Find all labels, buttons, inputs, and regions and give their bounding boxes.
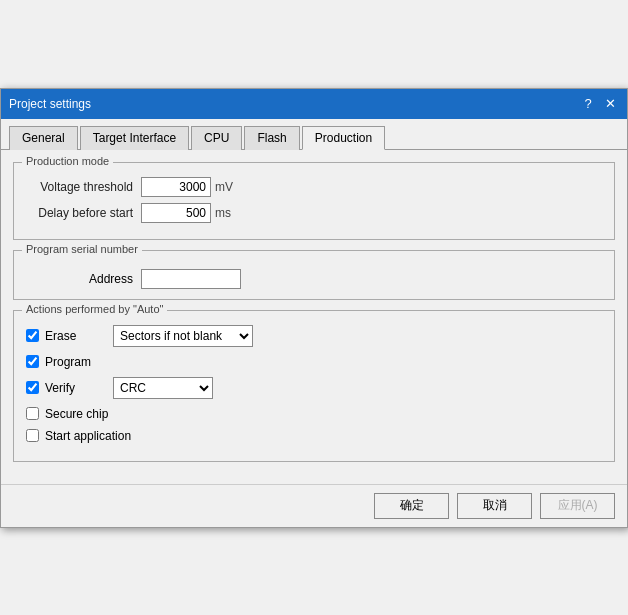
footer: 确定 取消 应用(A) xyxy=(1,484,627,527)
secure-chip-label: Secure chip xyxy=(45,407,108,421)
erase-dropdown[interactable]: Sectors if not blank All sectors None xyxy=(113,325,253,347)
voltage-threshold-label: Voltage threshold xyxy=(26,180,141,194)
address-label: Address xyxy=(26,272,141,286)
verify-label: Verify xyxy=(45,381,105,395)
delay-before-start-row: Delay before start ms xyxy=(26,203,602,223)
address-row: Address xyxy=(26,269,602,289)
erase-row: Erase Sectors if not blank All sectors N… xyxy=(26,325,602,347)
start-application-row: Start application xyxy=(26,429,602,443)
auto-actions-group: Actions performed by "Auto" Erase Sector… xyxy=(13,310,615,462)
voltage-threshold-unit: mV xyxy=(215,180,233,194)
start-application-checkbox[interactable] xyxy=(26,429,39,442)
tab-cpu[interactable]: CPU xyxy=(191,126,242,150)
tab-target-interface[interactable]: Target Interface xyxy=(80,126,189,150)
production-mode-group: Production mode Voltage threshold mV Del… xyxy=(13,162,615,240)
delay-before-start-input[interactable] xyxy=(141,203,211,223)
program-checkbox[interactable] xyxy=(26,355,39,368)
program-row: Program xyxy=(26,355,602,369)
tab-flash[interactable]: Flash xyxy=(244,126,299,150)
secure-chip-row: Secure chip xyxy=(26,407,602,421)
close-button[interactable]: ✕ xyxy=(601,95,619,113)
verify-dropdown[interactable]: CRC Readback xyxy=(113,377,213,399)
apply-button[interactable]: 应用(A) xyxy=(540,493,615,519)
program-serial-number-group: Program serial number Address xyxy=(13,250,615,300)
program-serial-number-title: Program serial number xyxy=(22,243,142,255)
tab-production[interactable]: Production xyxy=(302,126,385,150)
verify-checkbox[interactable] xyxy=(26,381,39,394)
voltage-threshold-input[interactable] xyxy=(141,177,211,197)
tabs-bar: General Target Interface CPU Flash Produ… xyxy=(1,119,627,150)
delay-before-start-unit: ms xyxy=(215,206,231,220)
confirm-button[interactable]: 确定 xyxy=(374,493,449,519)
secure-chip-checkbox[interactable] xyxy=(26,407,39,420)
dialog-title: Project settings xyxy=(9,97,91,111)
auto-actions-title: Actions performed by "Auto" xyxy=(22,303,167,315)
address-input[interactable] xyxy=(141,269,241,289)
erase-checkbox[interactable] xyxy=(26,329,39,342)
start-application-label: Start application xyxy=(45,429,131,443)
production-mode-title: Production mode xyxy=(22,155,113,167)
voltage-threshold-row: Voltage threshold mV xyxy=(26,177,602,197)
cancel-button[interactable]: 取消 xyxy=(457,493,532,519)
erase-label: Erase xyxy=(45,329,105,343)
project-settings-dialog: Project settings ? ✕ General Target Inte… xyxy=(0,88,628,528)
tab-general[interactable]: General xyxy=(9,126,78,150)
help-button[interactable]: ? xyxy=(579,95,597,113)
program-label: Program xyxy=(45,355,105,369)
title-bar: Project settings ? ✕ xyxy=(1,89,627,119)
title-bar-buttons: ? ✕ xyxy=(579,95,619,113)
verify-row: Verify CRC Readback xyxy=(26,377,602,399)
tab-content: Production mode Voltage threshold mV Del… xyxy=(1,150,627,484)
delay-before-start-label: Delay before start xyxy=(26,206,141,220)
